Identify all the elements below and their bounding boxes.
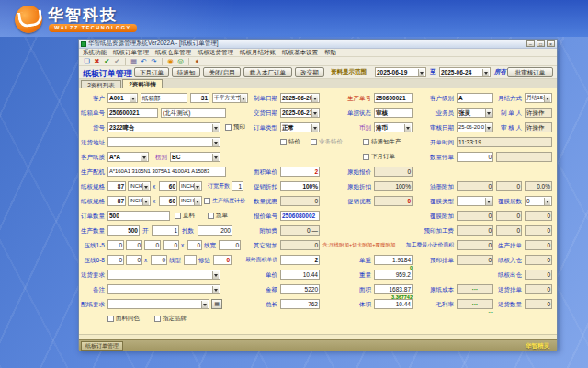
next-month-order-button[interactable]: 下月订单 [134,67,169,77]
redo-icon[interactable]: ↷ [149,57,159,66]
crease68-field-2[interactable]: 0 [126,255,142,265]
remark-combo[interactable] [107,284,220,294]
date-to-combo[interactable]: 2025-06-24 [439,67,491,77]
spec1-unit1-combo[interactable]: INCH [128,181,151,191]
delete-icon[interactable]: ✖ [92,57,102,66]
toolbar-separator [125,58,126,65]
image-icon[interactable]: ▦ [129,57,139,66]
crease15-field-1[interactable]: 0 [107,240,124,250]
crease15-field-2[interactable]: 0 [126,240,142,250]
promo-benefit-label: 促销优惠 [323,196,371,206]
menu-system[interactable]: 系统功能 [83,49,107,57]
menu-board-delivery[interactable]: 纸板送货管理 [198,49,233,57]
close-enable-button[interactable]: 关闭/启用 [203,67,241,77]
menu-board-order[interactable]: 纸板订单管理 [113,49,149,57]
box-no-extra-field[interactable]: (北斗测试) [161,108,226,118]
bundle-label: 扎数 [182,225,195,236]
kai-field[interactable]: 1 [152,225,179,236]
tab-data-detail[interactable]: 2资料详情 [122,79,163,88]
assistant-label[interactable]: 华智精灵 [526,342,549,351]
line-type-field[interactable] [184,255,197,265]
paper-req-grid-button[interactable]: ▦ [211,299,222,309]
chevron-down-icon [130,95,136,102]
deliver-addr-combo[interactable] [107,137,220,147]
area-price-field[interactable]: 2 [280,167,320,177]
spec1-width-field[interactable]: 87 [107,181,126,191]
flute-combo[interactable]: BC [170,152,220,162]
load-factory-order-button[interactable]: 载入本厂订单 [243,67,292,77]
crease68-field-1[interactable]: 0 [107,255,124,265]
close-button[interactable]: × [547,40,555,47]
maximize-button[interactable]: □ [537,40,545,47]
box-no-field[interactable]: 250600021 [107,108,158,118]
item-no-label: 货号 [79,122,105,132]
make-date-combo[interactable]: 2025-06-20 [280,93,320,103]
web-icon[interactable]: ◎ [175,57,186,66]
date-from-combo[interactable]: 2025-06-19 [375,67,426,77]
ink-addon-field-3: 0.0% [525,181,552,191]
spec2-width-field[interactable]: 87 [107,196,126,206]
order-qty-field[interactable]: 500 [107,211,170,221]
settle-combo[interactable]: 月结15天 [525,93,552,103]
taskbar-tab-order[interactable]: 纸板订单管理 [81,341,123,351]
quote-no-field[interactable]: 2506080002 [280,211,320,221]
spec1-height-field[interactable]: 60 [159,181,177,191]
menu-help[interactable]: 帮助 [324,49,336,57]
spec2-unit1-combo[interactable]: INCH [128,196,151,206]
total-len-label: 总长 [224,299,277,309]
unit-qty-field[interactable]: 31 [190,93,209,103]
batch-audit-button[interactable]: 批审核订单 [507,67,553,77]
spec1-x-label: x [153,181,158,191]
item-no-combo[interactable]: 2322啤合 [107,122,220,132]
new-icon[interactable]: ❏ [82,57,92,66]
spec2-unit2-combo[interactable]: INCH [179,196,202,206]
pending-notify-button[interactable]: 待通知 [172,67,200,77]
paper-req-combo[interactable] [107,299,209,309]
machine-field[interactable]: A*160A1 3105N1 3075A1 4100A1 A15083 [107,167,226,177]
globe-icon[interactable]: ◉ [165,57,175,66]
paper-quality-combo[interactable]: A*A [107,152,149,162]
trim-field[interactable]: 0 [213,255,232,265]
save-icon[interactable]: ✔ [112,57,122,66]
crease15-field-3[interactable]: 0 [144,240,161,250]
other-addon-field: 0 [280,240,320,250]
menu-board-settings[interactable]: 纸板基本设置 [282,49,318,57]
next-month-order-checkbox[interactable]: 下月订单 [363,152,395,162]
biz-special-price-checkbox[interactable]: 业务特价 [311,137,343,147]
total-len-field[interactable]: 762 [280,299,320,309]
menu-board-warehouse[interactable]: 纸板仓库管理 [155,49,191,57]
crease15-field-4[interactable]: 0 [163,240,179,250]
qty-stop-field[interactable]: 0 [457,152,493,162]
brand-checkbox[interactable]: 指定品牌 [154,314,187,324]
confirm-icon[interactable]: ✔ [102,57,112,66]
change-due-date-button[interactable]: 改交期 [295,67,324,77]
tab-data-list[interactable]: 2资料列表 [81,80,121,88]
final-area-price-field[interactable]: 2 [280,255,320,265]
minimize-button[interactable]: – [526,40,535,47]
same-color-checkbox[interactable]: 面料同色 [107,314,140,324]
straight-material-checkbox[interactable]: 直料 [175,211,195,221]
amount-field[interactable]: 5220 [280,284,320,294]
all-link[interactable]: 所有 [494,68,506,76]
dept-field[interactable]: 纸箱部 [141,93,187,103]
undo-icon[interactable]: ↶ [139,57,149,66]
prod-qty-field[interactable]: 500 [107,225,140,236]
qty-discount-label: 数量优惠 [224,196,277,206]
deliver-date-combo[interactable]: 2025-06-21 [280,108,320,118]
audit-date-label: 审核日期 [395,122,454,132]
unit-price-field[interactable]: 10.44 [280,270,320,280]
crease15-field-5[interactable]: 0 [187,240,202,250]
promo-discount-field[interactable]: 100% [280,181,320,191]
crease68-field-3[interactable]: 0 [151,255,167,265]
exit-icon[interactable]: ➧ [192,57,202,66]
order-type-combo[interactable]: 正常 [280,122,320,132]
special-price-checkbox[interactable]: 特价 [280,137,300,147]
spec2-height-field[interactable]: 60 [159,196,177,206]
tool-bar: ❏ ✖ ✔ ✔ ▦ ↶ ↷ ◉ ◎ ➧ [79,57,557,66]
customer-combo[interactable]: A001 [107,93,138,103]
weight-field[interactable]: 959.2 [374,270,413,280]
film-layers-combo[interactable]: 0 [525,196,552,206]
menu-board-reconcile[interactable]: 纸板月结对账 [240,49,276,57]
deliver-req-combo[interactable] [107,270,220,280]
spec1-unit2-combo[interactable]: INCH [179,181,202,191]
